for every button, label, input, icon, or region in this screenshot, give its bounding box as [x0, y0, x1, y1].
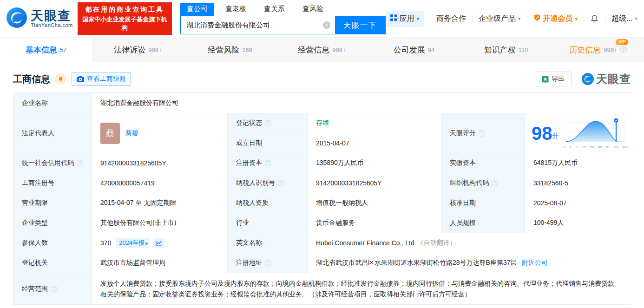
snapshot-button[interactable]: 查看工商快照 — [72, 72, 131, 86]
label-insured-count: 参保人数 — [13, 233, 92, 253]
value-reg-capital: 135890万人民币 — [308, 153, 441, 173]
field-label: 人员规模 — [450, 219, 476, 227]
tianyancha-watermark: 天眼查 — [582, 72, 631, 86]
help-icon[interactable] — [265, 160, 271, 166]
label-establish-date: 成立日期 — [228, 133, 308, 153]
field-label: 工商注册号 — [22, 179, 54, 187]
grid-icon — [390, 14, 397, 23]
search-tab-boss[interactable]: 查老板 — [219, 3, 253, 16]
top-nav: 应用 商务合作 企业级产品 开通会员 — [386, 11, 637, 27]
tab-legal-litigation[interactable]: 法律诉讼 999+ — [92, 38, 184, 62]
field-label: 统一社会信用代码 — [22, 159, 74, 167]
search-button[interactable]: 天眼一下 — [335, 16, 385, 34]
apps-label: 应用 — [400, 14, 414, 24]
value-insured-count: 370 2024年报 — [92, 233, 228, 253]
tab-operation-risk[interactable]: 经营风险 269 — [184, 38, 276, 62]
tianyancha-swirl-icon — [7, 7, 27, 30]
field-value: 420000000057419 — [100, 179, 155, 187]
nav-business-cooperation[interactable]: 商务合作 — [436, 14, 466, 24]
vip-label: 开通会员 — [543, 14, 573, 24]
label-credit-code: 统一社会信用代码 — [13, 153, 92, 173]
label-reg-capital: 注册资本 — [228, 153, 308, 173]
company-tabbar: 基本信息 57 法律诉讼 999+ 经营风险 269 经营信息 999+ 公司发… — [0, 37, 644, 62]
watermark-text: 天眼查 — [596, 72, 631, 86]
value-english-name: Hubei Consumer Finance Co., Ltd （自动翻译） — [308, 233, 631, 253]
trend-chart-icon[interactable] — [153, 238, 164, 248]
divider — [584, 15, 584, 22]
nearby-companies-link[interactable]: 附近公司 — [521, 259, 547, 267]
help-icon[interactable] — [620, 46, 627, 53]
search-tab-risk[interactable]: 查风险 — [296, 3, 330, 16]
help-icon[interactable] — [492, 180, 498, 186]
tab-label: 公司发展 — [394, 45, 425, 55]
field-label: 英文名称 — [236, 239, 262, 247]
field-value: 武汉市市场监督管理局 — [100, 259, 165, 267]
field-value: 湖北消费金融股份有限公司 — [100, 99, 178, 107]
label-industry: 行业 — [228, 213, 308, 233]
field-value: 370 — [100, 239, 111, 247]
help-icon[interactable] — [278, 180, 284, 186]
top-header: 天眼查 TianYanCha.com 都在用的商业查询工具 国家中小企业发展子基… — [0, 0, 644, 37]
chevron-down-icon — [417, 16, 420, 22]
auto-translate-note: （自动翻译） — [417, 239, 456, 247]
field-value: 2025-08-07 — [533, 199, 567, 207]
value-approval-date: 2025-08-07 — [525, 193, 631, 213]
label-approval-date: 核准日期 — [441, 193, 525, 213]
help-icon[interactable] — [265, 120, 271, 126]
field-label: 纳税人识别号 — [236, 179, 275, 187]
tab-intellectual-property[interactable]: 知识产权 110 — [460, 38, 552, 62]
field-label: 营业期限 — [22, 199, 48, 207]
field-label: 天眼评分 — [450, 129, 476, 138]
value-reg-status: 存续 — [308, 113, 441, 133]
score-value: 98 — [532, 124, 552, 143]
help-icon[interactable] — [51, 286, 57, 292]
legal-rep-link[interactable]: 蔡碧 — [125, 129, 138, 138]
help-icon[interactable] — [265, 260, 271, 266]
nav-open-vip[interactable]: 开通会员 — [533, 14, 578, 24]
field-value: 91420000331825605Y — [316, 179, 382, 187]
value-tianyan-score: 98 分 — [525, 113, 631, 153]
slogan-line1: 都在用的商业查询工具 — [82, 6, 167, 14]
tab-basic-info[interactable]: 基本信息 57 — [0, 38, 92, 62]
search-tab-relation[interactable]: 查关系 — [257, 3, 291, 16]
field-label: 经营范围 — [22, 285, 48, 293]
camera-icon — [77, 76, 84, 82]
subscribe-bell-button[interactable] — [55, 73, 66, 85]
nav-super-account[interactable]: 超级... — [611, 14, 637, 24]
status-badge: 存续 — [316, 119, 329, 127]
field-label: 企业类型 — [22, 219, 48, 227]
tab-count: 110 — [519, 46, 528, 53]
tab-operation-info[interactable]: 经营信息 999+ — [276, 38, 368, 62]
label-reg-status: 登记状态 — [228, 113, 308, 133]
label-company-name: 企业名称 — [13, 93, 92, 113]
label-business-scope: 经营范围 — [13, 273, 92, 304]
tab-label: 经营信息 — [298, 45, 329, 55]
help-icon[interactable] — [77, 160, 83, 166]
search-block: 查公司 查老板 查关系 查风险 天眼一下 — [180, 3, 386, 34]
search-tabs: 查公司 查老板 查关系 查风险 — [180, 3, 386, 16]
label-company-type: 企业类型 — [13, 213, 92, 233]
search-input[interactable] — [181, 16, 335, 34]
search-tab-company[interactable]: 查公司 — [180, 3, 214, 16]
help-icon[interactable] — [479, 130, 485, 137]
apps-menu[interactable]: 应用 — [386, 11, 424, 27]
field-label: 法定代表人 — [22, 129, 54, 138]
legal-rep-avatar[interactable]: 蔡 — [100, 123, 120, 144]
tianyancha-logo[interactable]: 天眼查 TianYanCha.com — [7, 7, 73, 30]
field-value: 货币金融服务 — [316, 219, 355, 227]
tab-label: 历史信息 — [569, 45, 601, 55]
tab-history-info[interactable]: VIP 历史信息 999+ — [552, 38, 644, 62]
clear-icon[interactable] — [323, 21, 330, 29]
notification-bell[interactable] — [590, 14, 599, 23]
score-unit: 分 — [552, 132, 559, 139]
business-info-table: 企业名称 湖北消费金融股份有限公司 法定代表人 蔡 蔡碧 登记状态 存续 成立日… — [13, 92, 631, 305]
field-value: 2015-04-07 — [316, 139, 349, 147]
value-business-scope: 发放个人消费贷款；接受股东境内子公司及境内股东的存款；向境内金融机构借款；经批准… — [92, 273, 631, 304]
field-value: 其他股份有限公司(非上市) — [100, 219, 176, 227]
label-staff-size: 人员规模 — [441, 213, 525, 233]
nav-enterprise-products[interactable]: 企业级产品 — [479, 14, 521, 24]
export-button[interactable]: 导出 — [535, 72, 572, 86]
annual-report-tag[interactable]: 2024年报 — [116, 238, 150, 248]
tab-company-development[interactable]: 公司发展 94 — [368, 38, 460, 62]
score-distribution-chart: 0 1 3 15 50 85 97 99 100 — [564, 118, 629, 149]
